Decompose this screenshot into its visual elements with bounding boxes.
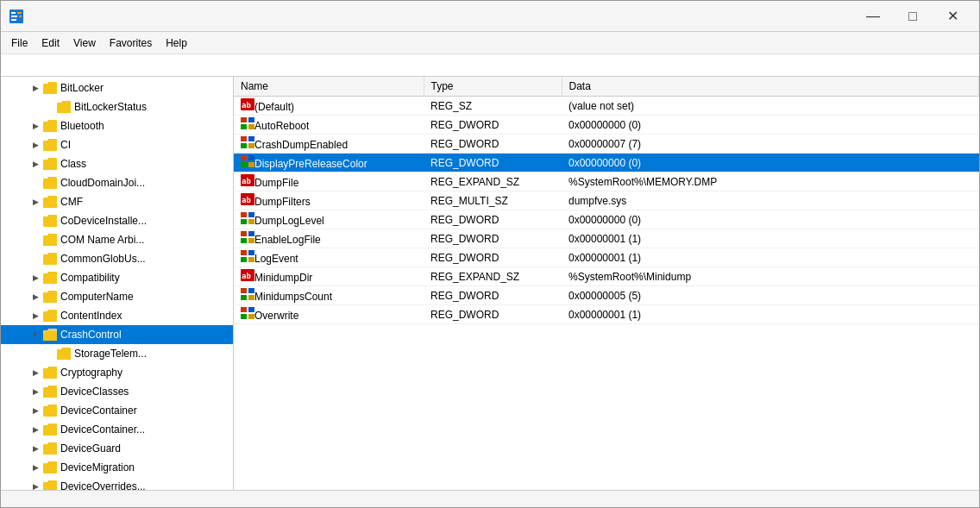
dword-icon: [241, 212, 254, 224]
tree-item-storagetelemetry[interactable]: StorageTelem...: [1, 344, 233, 363]
cell-type: REG_DWORD: [424, 248, 562, 267]
tree-item-class[interactable]: ▶ Class: [1, 154, 233, 173]
svg-rect-18: [241, 162, 247, 167]
tree-item-deviceclasses[interactable]: ▶ DeviceClasses: [1, 382, 233, 401]
tree-item-devicemigration[interactable]: ▶ DeviceMigration: [1, 458, 233, 477]
cell-name: Overwrite: [234, 305, 424, 324]
tree-item-bitlockerstatus[interactable]: BitLockerStatus: [1, 97, 233, 116]
menu-file[interactable]: File: [4, 35, 35, 51]
cell-type: REG_SZ: [424, 97, 562, 116]
tree-label: Cryptography: [60, 367, 122, 379]
tree-item-bitlocker[interactable]: ▶ BitLocker: [1, 78, 233, 97]
cell-name: EnableLogFile: [234, 229, 424, 248]
tree-panel[interactable]: ▶ BitLocker: [1, 77, 234, 490]
tree-label: CI: [60, 139, 71, 151]
cell-type: REG_DWORD: [424, 135, 562, 154]
expand-icon-open: ▼: [28, 328, 42, 342]
minimize-button[interactable]: —: [853, 3, 893, 29]
expand-icon: [28, 214, 42, 228]
tree-label: CloudDomainJoi...: [60, 177, 145, 189]
reg-entry-name: DisplayPreReleaseColor: [254, 158, 368, 170]
tree-label: CoDeviceInstalle...: [60, 215, 147, 227]
table-row[interactable]: ab DumpFileREG_EXPAND_SZ%SystemRoot%\MEM…: [234, 172, 979, 191]
menu-edit[interactable]: Edit: [35, 35, 66, 51]
table-row[interactable]: CrashDumpEnabledREG_DWORD0x00000007 (7): [234, 135, 979, 154]
tree-item-contentindex[interactable]: ▶ ContentIndex: [1, 306, 233, 325]
table-row[interactable]: AutoRebootREG_DWORD0x00000000 (0): [234, 116, 979, 135]
title-bar-left: [8, 8, 32, 25]
table-row[interactable]: ab MinidumpDirREG_EXPAND_SZ%SystemRoot%\…: [234, 267, 979, 286]
cell-type: REG_DWORD: [424, 116, 562, 135]
table-row[interactable]: OverwriteREG_DWORD0x00000001 (1): [234, 305, 979, 324]
tree-item-codeviceinstalle[interactable]: CoDeviceInstalle...: [1, 211, 233, 230]
cell-data: 0x00000007 (7): [562, 135, 979, 154]
folder-icon: [42, 119, 58, 133]
expand-icon: ▶: [28, 480, 42, 490]
menu-bar: File Edit View Favorites Help: [1, 32, 979, 54]
tree-label: DeviceGuard: [60, 442, 121, 455]
folder-icon: [56, 100, 72, 114]
cell-data: %SystemRoot%\MEMORY.DMP: [562, 172, 979, 191]
dword-icon: [241, 288, 254, 300]
svg-rect-41: [248, 295, 254, 300]
expand-icon: ▶: [28, 461, 42, 474]
tree-item-computername[interactable]: ▶ ComputerName: [1, 287, 233, 306]
table-row[interactable]: MinidumpsCountREG_DWORD0x00000005 (5): [234, 286, 979, 305]
col-type[interactable]: Type: [424, 77, 562, 97]
cell-data: (value not set): [562, 97, 979, 116]
cell-name: MinidumpsCount: [234, 286, 424, 305]
tree-item-comnamearbi[interactable]: COM Name Arbi...: [1, 230, 233, 249]
tree-item-cryptography[interactable]: ▶ Cryptography: [1, 363, 233, 382]
tree-item-deviceoverrides[interactable]: ▶ DeviceOverrides...: [1, 477, 233, 490]
tree-item-cmf[interactable]: ▶ CMF: [1, 192, 233, 211]
folder-icon: [42, 233, 58, 247]
menu-favorites[interactable]: Favorites: [103, 35, 159, 51]
cell-data: 0x00000000 (0): [562, 116, 979, 135]
col-data[interactable]: Data: [562, 77, 979, 97]
cell-type: REG_DWORD: [424, 286, 562, 305]
tree-item-devicecontainer2[interactable]: ▶ DeviceContainer...: [1, 420, 233, 439]
close-button[interactable]: ✕: [933, 3, 972, 29]
col-name[interactable]: Name: [234, 77, 424, 97]
maximize-button[interactable]: □: [893, 3, 933, 29]
menu-view[interactable]: View: [66, 35, 103, 51]
table-row[interactable]: LogEventREG_DWORD0x00000001 (1): [234, 248, 979, 267]
details-panel[interactable]: Name Type Data ab (Default)REG_SZ(value …: [234, 77, 979, 490]
cell-data: dumpfve.sys: [562, 191, 979, 210]
menu-help[interactable]: Help: [159, 35, 194, 51]
expand-icon: ▶: [28, 442, 42, 455]
folder-icon: [42, 290, 58, 304]
tree-item-compatibility[interactable]: ▶ Compatibility: [1, 268, 233, 287]
table-row[interactable]: EnableLogFileREG_DWORD0x00000001 (1): [234, 229, 979, 248]
cell-data: 0x00000005 (5): [562, 286, 979, 305]
svg-rect-11: [248, 124, 254, 129]
svg-rect-31: [248, 238, 254, 243]
tree-item-crashcontrol[interactable]: ▼ CrashControl: [1, 325, 233, 344]
cell-name: ab MinidumpDir: [234, 267, 424, 286]
table-row[interactable]: ab DumpFiltersREG_MULTI_SZdumpfve.sys: [234, 191, 979, 210]
cell-type: REG_DWORD: [424, 305, 562, 324]
tree-item-clouddomainjoin[interactable]: CloudDomainJoi...: [1, 173, 233, 192]
tree-item-devicecontainer1[interactable]: ▶ DeviceContainer: [1, 401, 233, 420]
tree-item-bluetooth[interactable]: ▶ Bluetooth: [1, 116, 233, 135]
svg-rect-13: [248, 136, 254, 141]
table-row[interactable]: DisplayPreReleaseColorREG_DWORD0x0000000…: [234, 154, 979, 172]
status-bar: [1, 490, 979, 507]
expand-icon: ▶: [28, 81, 42, 95]
cell-data: 0x00000001 (1): [562, 248, 979, 267]
tree-item-deviceguard[interactable]: ▶ DeviceGuard: [1, 439, 233, 458]
tree-item-commonglobus[interactable]: CommonGlobUs...: [1, 249, 233, 268]
svg-rect-39: [248, 288, 254, 293]
expand-icon: [42, 100, 56, 114]
folder-icon: [42, 423, 58, 436]
cell-data: 0x00000000 (0): [562, 154, 979, 172]
table-row[interactable]: ab (Default)REG_SZ(value not set): [234, 97, 979, 116]
svg-rect-17: [248, 155, 254, 160]
tree-label: DeviceClasses: [60, 386, 129, 398]
table-row[interactable]: DumpLogLevelREG_DWORD0x00000000 (0): [234, 210, 979, 229]
cell-data: 0x00000000 (0): [562, 210, 979, 229]
folder-icon: [42, 461, 58, 474]
cell-type: REG_EXPAND_SZ: [424, 172, 562, 191]
tree-item-ci[interactable]: ▶ CI: [1, 135, 233, 154]
tree-label: Class: [60, 158, 86, 170]
